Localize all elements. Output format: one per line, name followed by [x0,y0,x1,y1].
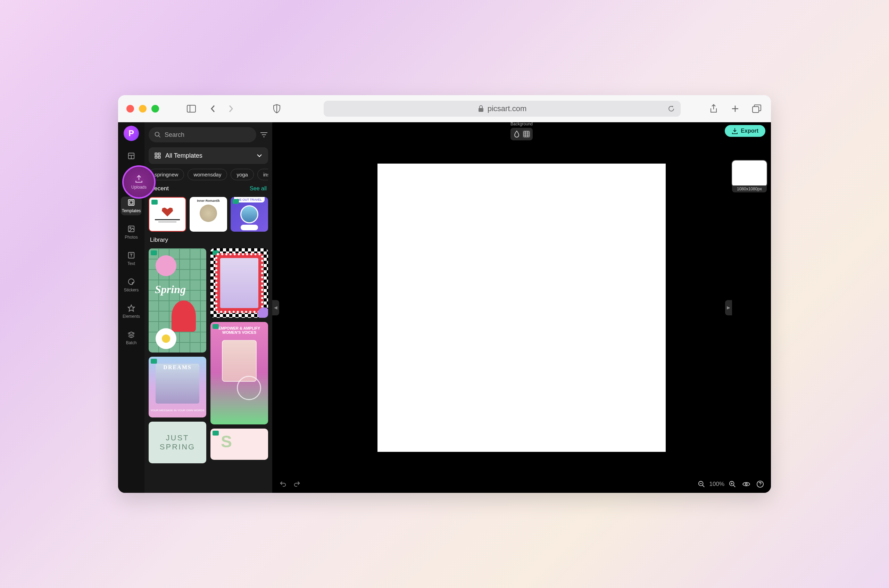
svg-line-31 [702,485,704,487]
chip-instap[interactable]: instap [257,169,268,180]
browser-chrome: picsart.com [118,95,771,122]
layers-strip: 1080x1080px [732,160,767,192]
undo-icon [279,480,287,488]
uploads-highlight[interactable]: Uploads [122,165,156,199]
svg-rect-3 [478,108,483,112]
help-icon [756,480,764,488]
rail-item-photos[interactable]: Photos [121,223,142,242]
export-button[interactable]: Export [725,125,765,137]
library-template-dreams[interactable]: DREAMS YOUR MESSAGE IN YOUR OWN WORDS [148,357,206,417]
picsart-logo[interactable]: P [124,126,139,141]
recent-template-3[interactable]: ME OUT TRAVEL [231,197,268,232]
rail-label-text: Text [127,261,135,266]
library-template-amplify[interactable]: EMPOWER & AMPLIFY WOMEN'S VOICES [210,322,268,424]
svg-rect-10 [129,200,134,206]
grid-icon [154,152,161,159]
new-tab-button[interactable] [729,103,741,115]
svg-rect-22 [158,153,160,155]
rail-label-stickers: Stickers [124,288,139,292]
svg-rect-0 [187,105,195,112]
library-template-pastel[interactable]: S [210,429,268,460]
rail-item-stickers[interactable]: Stickers [121,276,142,294]
canvas[interactable] [378,164,666,452]
library-template-spring[interactable]: Spring [148,248,206,352]
shield-icon[interactable] [271,103,283,115]
templates-icon [127,199,135,206]
address-bar[interactable]: picsart.com [324,101,681,117]
search-input[interactable]: Search [148,127,256,142]
chip-yoga[interactable]: yoga [231,169,254,180]
expand-layers-button[interactable]: ► [725,300,732,315]
background-tool: Background [510,122,533,140]
layout-icon [127,152,135,160]
pro-badge [213,324,219,329]
texture-icon [523,131,529,137]
maximize-window-button[interactable] [151,105,159,112]
minimize-window-button[interactable] [139,105,147,112]
traffic-lights [126,105,159,112]
svg-rect-23 [155,156,157,158]
filter-button[interactable] [260,131,268,138]
all-templates-label: All Templates [165,152,202,159]
zoom-in-button[interactable] [729,480,736,488]
reload-button[interactable] [667,105,675,112]
templates-panel: Search All Templates springnew womensday… [144,122,272,493]
eye-icon [742,480,750,488]
search-placeholder: Search [165,131,184,139]
close-window-button[interactable] [126,105,134,112]
preview-button[interactable] [742,480,750,488]
batch-icon [127,331,135,338]
uploads-highlight-label: Uploads [131,185,147,190]
rail-label-photos: Photos [124,235,138,240]
library-template-checker[interactable] [210,248,268,318]
help-button[interactable] [756,480,764,488]
zoom-in-icon [729,480,736,488]
svg-marker-15 [128,305,134,311]
chevron-down-icon [256,153,262,158]
rail-label-elements: Elements [123,314,140,319]
drop-icon [514,130,520,138]
rail-label-batch: Batch [126,340,137,345]
see-all-link[interactable]: See all [250,186,267,192]
chip-womensday[interactable]: womensday [187,169,227,180]
background-color-button[interactable] [513,130,521,138]
text-icon [127,252,135,259]
collapse-panel-button[interactable]: ◄ [272,300,279,315]
stickers-icon [127,278,135,285]
upload-icon [134,174,144,183]
export-label: Export [741,128,759,134]
category-chips: springnew womensday yoga instap [148,169,268,180]
svg-line-34 [733,485,736,487]
svg-rect-25 [524,131,529,137]
zoom-out-button[interactable] [698,480,705,488]
nav-forward-button[interactable] [225,103,237,115]
all-templates-dropdown[interactable]: All Templates [148,147,268,164]
recent-template-2[interactable]: Inner Romantik [190,197,227,232]
rail-item-templates[interactable]: Templates [121,196,142,215]
zoom-value: 100% [709,481,724,488]
rail-item-elements[interactable]: Elements [121,302,142,321]
pro-badge [233,199,239,204]
nav-back-button[interactable] [207,103,219,115]
tabs-overview-icon[interactable] [751,103,763,115]
svg-point-37 [745,483,747,485]
rail-item-batch[interactable]: Batch [121,328,142,347]
svg-rect-24 [158,156,160,158]
pro-badge [151,200,157,205]
undo-button[interactable] [279,480,287,488]
library-template-just-spring[interactable]: JUST SPRING [148,422,206,464]
layer-thumbnail[interactable] [732,160,767,187]
canvas-area: Background Export ◄ [272,122,771,493]
rail-label-templates: Templates [122,208,141,213]
svg-point-13 [129,227,131,228]
recent-template-1[interactable] [148,197,186,232]
rail-item-text[interactable]: Text [121,249,142,268]
share-icon[interactable] [708,103,720,115]
pro-badge [151,359,157,364]
redo-button[interactable] [293,480,301,488]
rail-item-layout[interactable] [121,150,142,162]
photos-icon [127,225,135,233]
background-label: Background [510,122,533,126]
background-texture-button[interactable] [522,130,531,138]
sidebar-toggle-icon[interactable] [186,103,197,115]
